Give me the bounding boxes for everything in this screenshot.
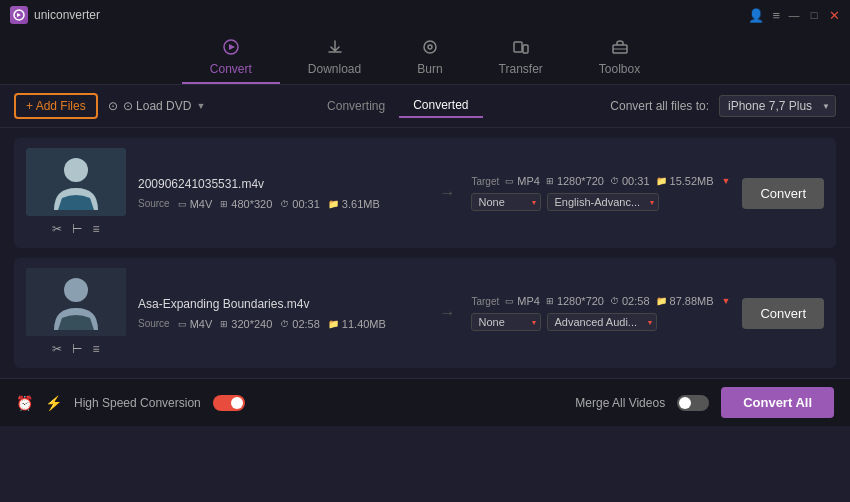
nav-convert-label: Convert xyxy=(210,62,252,76)
source-res-1: ⊞ 480*320 xyxy=(220,198,272,210)
clock-icon[interactable]: ⏰ xyxy=(16,395,33,411)
nav-convert[interactable]: Convert xyxy=(182,30,280,84)
nav-bar: Convert Download Burn Transfer xyxy=(0,30,850,85)
disc-icon: ⊙ xyxy=(108,99,118,113)
transfer-nav-icon xyxy=(512,38,530,59)
subtitle-select-wrap-2: None xyxy=(471,313,541,331)
target-sub-row-2: None Advanced Audi... xyxy=(471,313,730,331)
nav-burn[interactable]: Burn xyxy=(389,30,470,84)
title-bar-right: 👤 ≡ — □ ✕ xyxy=(748,8,840,23)
target-format-icon-1: ▭ xyxy=(505,176,514,186)
speed-label: High Speed Conversion xyxy=(74,396,201,410)
load-dvd-button[interactable]: ⊙ ⊙ Load DVD ▼ xyxy=(108,99,206,113)
settings-icon-1[interactable]: ≡ xyxy=(92,222,99,236)
tab-converting[interactable]: Converting xyxy=(313,95,399,117)
speed-icon: ⚡ xyxy=(45,395,62,411)
target-dur-1: ⏱ 00:31 xyxy=(610,175,650,187)
toolbar: + Add Files ⊙ ⊙ Load DVD ▼ Converting Co… xyxy=(0,85,850,128)
target-size-2: 📁 87.88MB xyxy=(656,295,714,307)
source-label-1: Source xyxy=(138,198,170,209)
target-format-2: ▭ MP4 xyxy=(505,295,540,307)
cut-icon-2[interactable]: ✂ xyxy=(52,342,62,356)
convert-all-button[interactable]: Convert All xyxy=(721,387,834,418)
high-speed-toggle[interactable] xyxy=(213,395,245,411)
file-item-2: ✂ ⊢ ≡ Asa-Expanding Boundaries.m4v Sourc… xyxy=(14,258,836,368)
target-meta-row-2: Target ▭ MP4 ⊞ 1280*720 ⏱ 02:58 📁 87.88M… xyxy=(471,295,730,307)
nav-download-label: Download xyxy=(308,62,361,76)
res-icon-1: ⊞ xyxy=(220,199,228,209)
trim-icon-2[interactable]: ⊢ xyxy=(72,342,82,356)
convert-all-select[interactable]: iPhone 7,7 Plus xyxy=(719,95,836,117)
merge-label: Merge All Videos xyxy=(575,396,665,410)
target-format-1: ▭ MP4 xyxy=(505,175,540,187)
svg-point-4 xyxy=(428,45,432,49)
size-icon-2: 📁 xyxy=(328,319,339,329)
target-dropdown-arrow-2[interactable]: ▼ xyxy=(722,296,731,306)
cut-icon-1[interactable]: ✂ xyxy=(52,222,62,236)
burn-nav-icon xyxy=(421,38,439,59)
audio-select-2[interactable]: Advanced Audi... xyxy=(547,313,657,331)
target-size-icon-1: 📁 xyxy=(656,176,667,186)
add-files-button[interactable]: + Add Files xyxy=(14,93,98,119)
settings-icon-2[interactable]: ≡ xyxy=(92,342,99,356)
format-icon-1: ▭ xyxy=(178,199,187,209)
convert-nav-icon xyxy=(222,38,240,59)
nav-transfer[interactable]: Transfer xyxy=(471,30,571,84)
source-row-2: Source ▭ M4V ⊞ 320*240 ⏱ 02:58 📁 11.40MB xyxy=(138,318,423,330)
target-dropdown-arrow-1[interactable]: ▼ xyxy=(722,176,731,186)
subtitle-select-2[interactable]: None xyxy=(471,313,541,331)
target-dur-icon-1: ⏱ xyxy=(610,176,619,186)
toolbox-nav-icon xyxy=(611,38,629,59)
app-name: uniconverter xyxy=(34,8,100,22)
file-info-1: 200906241035531.m4v Source ▭ M4V ⊞ 480*3… xyxy=(138,177,423,210)
close-button[interactable]: ✕ xyxy=(828,9,840,21)
convert-all-select-wrapper: iPhone 7,7 Plus xyxy=(719,95,836,117)
maximize-button[interactable]: □ xyxy=(808,9,820,21)
nav-toolbox-label: Toolbox xyxy=(599,62,640,76)
size-icon-1: 📁 xyxy=(328,199,339,209)
user-icon[interactable]: 👤 xyxy=(748,8,764,23)
svg-rect-5 xyxy=(514,42,522,52)
dur-icon-2: ⏱ xyxy=(280,319,289,329)
file-thumb-2 xyxy=(26,268,126,336)
subtitle-select-1[interactable]: None xyxy=(471,193,541,211)
trim-icon-1[interactable]: ⊢ xyxy=(72,222,82,236)
source-format-1: ▭ M4V xyxy=(178,198,213,210)
source-size-2: 📁 11.40MB xyxy=(328,318,386,330)
audio-select-wrap-1: English-Advanc... xyxy=(547,193,659,211)
file-item-1: ✂ ⊢ ≡ 200906241035531.m4v Source ▭ M4V ⊞… xyxy=(14,138,836,248)
target-size-icon-2: 📁 xyxy=(656,296,667,306)
source-dur-2: ⏱ 02:58 xyxy=(280,318,320,330)
file-info-2: Asa-Expanding Boundaries.m4v Source ▭ M4… xyxy=(138,297,423,330)
load-dvd-label: ⊙ Load DVD xyxy=(123,99,192,113)
svg-rect-6 xyxy=(523,45,528,53)
tab-group: Converting Converted xyxy=(313,94,482,118)
audio-select-wrap-2: Advanced Audi... xyxy=(547,313,657,331)
nav-toolbox[interactable]: Toolbox xyxy=(571,30,668,84)
bottom-bar: ⏰ ⚡ High Speed Conversion Merge All Vide… xyxy=(0,378,850,426)
file-thumb-1 xyxy=(26,148,126,216)
res-icon-2: ⊞ xyxy=(220,319,228,329)
target-res-1: ⊞ 1280*720 xyxy=(546,175,604,187)
convert-button-2[interactable]: Convert xyxy=(742,298,824,329)
file-name-1: 200906241035531.m4v xyxy=(138,177,423,191)
source-format-2: ▭ M4V xyxy=(178,318,213,330)
svg-point-11 xyxy=(64,278,88,302)
convert-button-1[interactable]: Convert xyxy=(742,178,824,209)
source-label-2: Source xyxy=(138,318,170,329)
tab-converted[interactable]: Converted xyxy=(399,94,482,118)
svg-point-9 xyxy=(64,158,88,182)
menu-icon[interactable]: ≡ xyxy=(772,8,780,23)
nav-download[interactable]: Download xyxy=(280,30,389,84)
format-icon-2: ▭ xyxy=(178,319,187,329)
arrow-icon-1: → xyxy=(439,184,455,202)
target-info-2: Target ▭ MP4 ⊞ 1280*720 ⏱ 02:58 📁 87.88M… xyxy=(471,295,730,331)
source-row-1: Source ▭ M4V ⊞ 480*320 ⏱ 00:31 📁 3.61MB xyxy=(138,198,423,210)
merge-videos-toggle[interactable] xyxy=(677,395,709,411)
target-dur-2: ⏱ 02:58 xyxy=(610,295,650,307)
target-sub-row-1: None English-Advanc... xyxy=(471,193,730,211)
file-list: ✂ ⊢ ≡ 200906241035531.m4v Source ▭ M4V ⊞… xyxy=(0,128,850,378)
title-bar-left: uniconverter xyxy=(10,6,100,24)
minimize-button[interactable]: — xyxy=(788,9,800,21)
audio-select-1[interactable]: English-Advanc... xyxy=(547,193,659,211)
